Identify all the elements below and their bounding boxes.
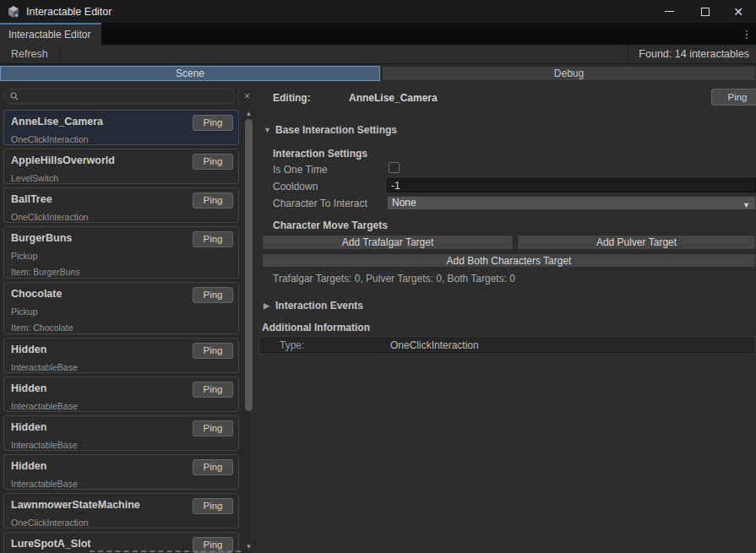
- minimize-icon: [665, 11, 674, 12]
- list-item[interactable]: AppleHillsOverworld LevelSwitch Ping: [3, 149, 239, 184]
- list-item-type: Pickup: [11, 306, 231, 317]
- scroll-down-icon[interactable]: ▼: [242, 543, 255, 550]
- dropdown-value: None: [392, 197, 416, 209]
- list-scrollbar[interactable]: ▲ ▼: [242, 108, 255, 553]
- maximize-icon: [701, 8, 710, 16]
- main-content: × AnneLise_Camera OneClickInteraction Pi…: [0, 82, 756, 553]
- search-input[interactable]: [22, 90, 235, 102]
- ping-button[interactable]: Ping: [193, 115, 233, 131]
- list-item-type: OneClickInteraction: [11, 518, 231, 528]
- list-item[interactable]: Hidden InteractableBase Ping: [3, 454, 239, 490]
- type-value: OneClickInteraction: [390, 339, 479, 351]
- cooldown-field[interactable]: [387, 178, 756, 192]
- interaction-settings-header: Interaction Settings: [273, 148, 367, 160]
- interactable-list-panel: × AnneLise_Camera OneClickInteraction Pi…: [0, 82, 256, 553]
- foldout-open-icon: ▼: [264, 126, 275, 134]
- ping-button[interactable]: Ping: [193, 192, 233, 209]
- interactable-editor-window: Interactable Editor ✕ Interactable Edito…: [0, 0, 756, 553]
- maximize-button[interactable]: [693, 0, 718, 23]
- editor-panel: Editing: AnneLise_Camera Ping ▼Base Inte…: [256, 82, 756, 553]
- interactable-list: AnneLise_Camera OneClickInteraction Ping…: [3, 110, 239, 553]
- doc-tab-interactable-editor[interactable]: Interactable Editor: [0, 23, 101, 45]
- list-item[interactable]: BurgerBuns Pickup Item: BurgerBuns Ping: [3, 226, 239, 279]
- character-to-interact-label: Character To Interact: [273, 198, 367, 209]
- clipped-next-row: [90, 550, 241, 552]
- editing-target-name: AnneLise_Camera: [349, 92, 438, 104]
- list-item-type: Pickup: [11, 251, 231, 261]
- is-one-time-checkbox[interactable]: [389, 162, 400, 173]
- list-item-type: OneClickInteraction: [11, 212, 231, 222]
- base-interaction-settings-foldout[interactable]: ▼Base Interaction Settings: [264, 124, 397, 136]
- ping-button[interactable]: Ping: [193, 231, 233, 247]
- targets-summary: Trafalgar Targets: 0, Pulver Targets: 0,…: [273, 273, 515, 285]
- close-button[interactable]: ✕: [726, 0, 751, 23]
- title-bar: Interactable Editor ✕: [0, 0, 756, 23]
- foldout-label: Interaction Events: [275, 300, 363, 312]
- ping-button[interactable]: Ping: [193, 287, 233, 303]
- list-item[interactable]: AnneLise_Camera OneClickInteraction Ping: [3, 110, 239, 145]
- add-pulver-target-button[interactable]: Add Pulver Target: [517, 235, 756, 250]
- toolbar: Refresh Found: 14 interactables: [0, 45, 756, 65]
- ping-button[interactable]: Ping: [193, 154, 233, 170]
- type-row: Type: OneClickInteraction: [258, 336, 756, 355]
- kebab-menu-icon[interactable]: ⋮: [739, 23, 754, 45]
- doc-tab-label: Interactable Editor: [8, 29, 90, 41]
- ping-button[interactable]: Ping: [193, 382, 233, 398]
- list-item-type: InteractableBase: [11, 440, 231, 450]
- list-item[interactable]: Hidden InteractableBase Ping: [3, 415, 239, 451]
- list-item[interactable]: LawnmowerStateMachine OneClickInteractio…: [3, 493, 239, 529]
- list-item[interactable]: BallTree OneClickInteraction Ping: [3, 187, 239, 223]
- list-item[interactable]: Chocolate Pickup Item: Chocolate Ping: [3, 282, 239, 334]
- search-icon: [10, 92, 19, 100]
- chevron-down-icon: ▼: [742, 199, 750, 212]
- search-box: [3, 89, 236, 104]
- ping-button[interactable]: Ping: [193, 420, 233, 436]
- minimize-button[interactable]: [656, 0, 682, 23]
- add-both-characters-target-button[interactable]: Add Both Characters Target: [262, 253, 756, 268]
- cooldown-label: Cooldown: [273, 181, 318, 192]
- foldout-label: Base Interaction Settings: [275, 124, 397, 136]
- tab-debug[interactable]: Debug: [382, 66, 756, 81]
- list-item-item: Item: Chocolate: [11, 323, 231, 333]
- list-item-type: InteractableBase: [11, 479, 231, 489]
- interaction-events-foldout[interactable]: ▶Interaction Events: [264, 300, 363, 312]
- character-move-targets-header: Character Move Targets: [273, 220, 388, 231]
- character-to-interact-dropdown[interactable]: None ▼: [387, 196, 756, 210]
- list-item[interactable]: Hidden InteractableBase Ping: [3, 377, 239, 412]
- list-item-type: InteractableBase: [11, 401, 231, 411]
- ping-button[interactable]: Ping: [193, 459, 233, 475]
- list-item-item: Item: BurgerBuns: [11, 267, 231, 277]
- view-tab-bar: Scene Debug: [0, 66, 756, 81]
- list-item-type: LevelSwitch: [11, 173, 231, 183]
- additional-information-header: Additional Information: [262, 322, 370, 333]
- found-count-label: Found: 14 interactables: [639, 45, 749, 63]
- doc-tab-strip: Interactable Editor ⋮: [0, 23, 756, 45]
- scroll-up-icon[interactable]: ▲: [242, 110, 255, 117]
- editing-label: Editing:: [273, 92, 311, 104]
- foldout-closed-icon: ▶: [264, 301, 275, 310]
- add-trafalgar-target-button[interactable]: Add Trafalgar Target: [262, 235, 514, 250]
- scrollbar-thumb[interactable]: [245, 119, 253, 411]
- ping-button[interactable]: Ping: [193, 498, 233, 514]
- is-one-time-label: Is One Time: [273, 164, 328, 176]
- list-item[interactable]: Hidden InteractableBase Ping: [3, 338, 239, 373]
- ping-button[interactable]: Ping: [193, 343, 233, 359]
- editor-ping-button[interactable]: Ping: [711, 89, 756, 106]
- toolbar-separator: [628, 45, 628, 63]
- search-clear-button[interactable]: ×: [238, 89, 255, 105]
- window-title: Interactable Editor: [26, 6, 111, 18]
- app-cube-icon: [7, 5, 20, 19]
- type-label: Type:: [280, 339, 304, 351]
- close-icon: ✕: [733, 5, 743, 19]
- list-item-type: InteractableBase: [11, 362, 231, 372]
- refresh-button[interactable]: Refresh: [0, 45, 60, 63]
- list-item-type: OneClickInteraction: [11, 134, 231, 144]
- tab-scene[interactable]: Scene: [0, 66, 380, 81]
